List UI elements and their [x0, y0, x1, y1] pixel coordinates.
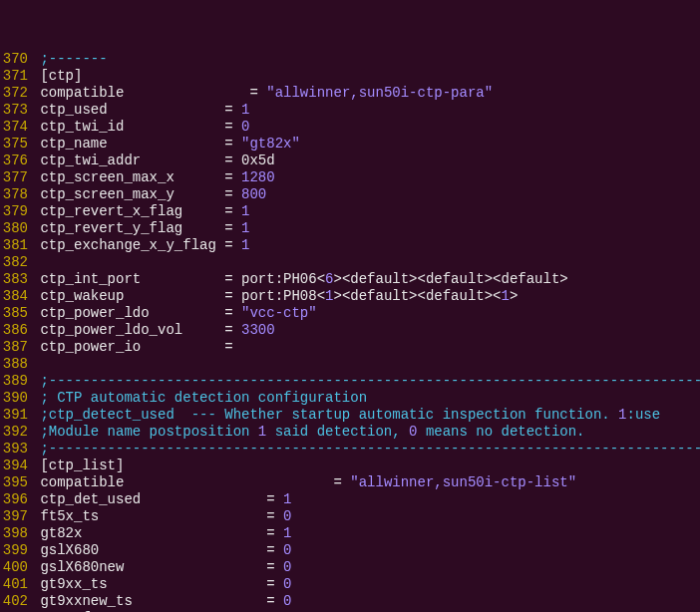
code-line[interactable]: 388 [0, 356, 700, 373]
code-content[interactable]: [ctp_list] [32, 458, 700, 474]
token-kw: ctp_power_io [40, 339, 224, 355]
code-editor[interactable]: 370 ;-------371 [ctp]372 compatible = "a… [0, 51, 700, 612]
code-line[interactable]: 376 ctp_twi_addr = 0x5d [0, 153, 700, 169]
code-line[interactable]: 395 compatible = "allwinner,sun50i-ctp-l… [0, 474, 700, 491]
token-num: 0 [283, 576, 291, 592]
code-content[interactable]: ;Module name postposition 1 said detecti… [32, 424, 700, 441]
code-content[interactable]: gt9xxnew_ts = 0 [32, 593, 700, 610]
code-content[interactable]: ctp_power_ldo_vol = 3300 [32, 322, 700, 339]
token-op: = [224, 237, 241, 253]
token-op: = [266, 508, 283, 524]
code-line[interactable]: 397 ft5x_ts = 0 [0, 508, 700, 525]
token-op: = [224, 339, 232, 355]
code-content[interactable]: ctp_twi_addr = 0x5d [32, 153, 700, 169]
code-line[interactable]: 383 ctp_int_port = port:PH06<6><default>… [0, 271, 700, 288]
token-num: 1 [502, 288, 510, 304]
code-line[interactable]: 392 ;Module name postposition 1 said det… [0, 424, 700, 441]
code-content[interactable]: ctp_power_io = [32, 339, 700, 356]
token-comment: said detection, [266, 424, 409, 440]
code-line[interactable]: 386 ctp_power_ldo_vol = 3300 [0, 322, 700, 339]
code-content[interactable]: ft5x_ts = 0 [32, 508, 700, 525]
code-content[interactable]: ctp_int_port = port:PH06<6><default><def… [32, 271, 700, 288]
token-comment: means no detection. [417, 424, 584, 440]
code-line[interactable]: 391 ;ctp_detect_used --- Whether startup… [0, 407, 700, 424]
code-content[interactable]: ctp_screen_max_x = 1280 [32, 169, 700, 186]
token-comment: ;ctp_detect_used --- Whether startup aut… [40, 407, 618, 423]
line-number: 371 [0, 68, 32, 85]
code-content[interactable]: ctp_screen_max_y = 800 [32, 186, 700, 203]
code-content[interactable]: ctp_exchange_x_y_flag = 1 [32, 237, 700, 254]
code-content[interactable]: ctp_revert_y_flag = 1 [32, 220, 700, 237]
token-op: = [224, 102, 241, 118]
token-kw: gt82x [40, 525, 266, 541]
code-line[interactable]: 396 ctp_det_used = 1 [0, 491, 700, 508]
code-line[interactable]: 372 compatible = "allwinner,sun50i-ctp-p… [0, 85, 700, 102]
token-op: = [224, 271, 241, 287]
code-line[interactable]: 384 ctp_wakeup = port:PH08<1><default><d… [0, 288, 700, 305]
code-content[interactable]: ;------- [32, 51, 700, 68]
line-number: 398 [0, 525, 32, 542]
code-line[interactable]: 387 ctp_power_io = [0, 339, 700, 356]
code-line[interactable]: 398 gt82x = 1 [0, 525, 700, 542]
code-line[interactable]: 380 ctp_revert_y_flag = 1 [0, 220, 700, 237]
code-content[interactable]: gslX680new = 0 [32, 559, 700, 576]
line-number: 373 [0, 102, 32, 119]
code-content[interactable]: compatible = "allwinner,sun50i-ctp-list" [32, 474, 700, 491]
code-content[interactable]: compatible = "allwinner,sun50i-ctp-para" [32, 85, 700, 102]
code-content[interactable]: ; CTP automatic detection configuration [32, 390, 700, 407]
code-line[interactable]: 378 ctp_screen_max_y = 800 [0, 186, 700, 203]
code-line[interactable]: 402 gt9xxnew_ts = 0 [0, 593, 700, 610]
code-line[interactable]: 393 ;-----------------------------------… [0, 441, 700, 458]
code-content[interactable]: gslX680 = 0 [32, 542, 700, 559]
token-op: = [224, 119, 241, 135]
code-content[interactable]: ctp_name = "gt82x" [32, 136, 700, 153]
token-num: 800 [241, 186, 266, 202]
token-kw: compatible [40, 474, 333, 490]
code-line[interactable]: 375 ctp_name = "gt82x" [0, 136, 700, 153]
code-line[interactable]: 381 ctp_exchange_x_y_flag = 1 [0, 237, 700, 254]
line-number: 387 [0, 339, 32, 356]
code-content[interactable]: ;ctp_detect_used --- Whether startup aut… [32, 407, 700, 424]
line-number: 388 [0, 356, 32, 373]
code-line[interactable]: 401 gt9xx_ts = 0 [0, 576, 700, 593]
code-content[interactable]: ctp_wakeup = port:PH08<1><default><defau… [32, 288, 700, 305]
code-line[interactable]: 400 gslX680new = 0 [0, 559, 700, 576]
code-content[interactable]: gt9xx_ts = 0 [32, 576, 700, 593]
code-line[interactable]: 371 [ctp] [0, 68, 700, 85]
code-line[interactable]: 399 gslX680 = 0 [0, 542, 700, 559]
token-num: 1 [258, 424, 266, 440]
code-line[interactable]: 374 ctp_twi_id = 0 [0, 119, 700, 136]
code-line[interactable]: 370 ;------- [0, 51, 700, 68]
code-content[interactable]: [ctp] [32, 68, 700, 85]
code-content[interactable]: ctp_power_ldo = "vcc-ctp" [32, 305, 700, 322]
code-line[interactable]: 377 ctp_screen_max_x = 1280 [0, 169, 700, 186]
line-number: 402 [0, 593, 32, 610]
code-line[interactable]: 373 ctp_used = 1 [0, 102, 700, 119]
token-op: = [224, 203, 241, 219]
token-comment: ; CTP automatic detection configuration [40, 390, 367, 406]
code-line[interactable]: 382 [0, 254, 700, 271]
code-content[interactable] [32, 254, 700, 271]
token-num: 0 [283, 542, 291, 558]
code-content[interactable]: ctp_revert_x_flag = 1 [32, 203, 700, 220]
code-line[interactable]: 389 ;-----------------------------------… [0, 373, 700, 390]
code-line[interactable]: 385 ctp_power_ldo = "vcc-ctp" [0, 305, 700, 322]
code-line[interactable]: 390 ; CTP automatic detection configurat… [0, 390, 700, 407]
line-number: 378 [0, 186, 32, 203]
code-content[interactable]: ;---------------------------------------… [32, 373, 700, 390]
line-number: 374 [0, 119, 32, 136]
code-line[interactable]: 379 ctp_revert_x_flag = 1 [0, 203, 700, 220]
code-content[interactable]: ctp_det_used = 1 [32, 491, 700, 508]
code-content[interactable] [32, 356, 700, 373]
code-content[interactable]: ctp_twi_id = 0 [32, 119, 700, 136]
code-content[interactable]: gt82x = 1 [32, 525, 700, 542]
token-str: "allwinner,sun50i-ctp-list" [350, 474, 576, 490]
code-content[interactable]: ctp_used = 1 [32, 102, 700, 119]
code-content[interactable]: ;---------------------------------------… [32, 441, 700, 458]
line-number: 399 [0, 542, 32, 559]
token-op: = [266, 593, 283, 609]
line-number: 393 [0, 441, 32, 458]
code-line[interactable]: 394 [ctp_list] [0, 458, 700, 474]
token-kw: ctp_power_ldo_vol [40, 322, 224, 338]
token-txt: ><default><default>< [333, 288, 501, 304]
